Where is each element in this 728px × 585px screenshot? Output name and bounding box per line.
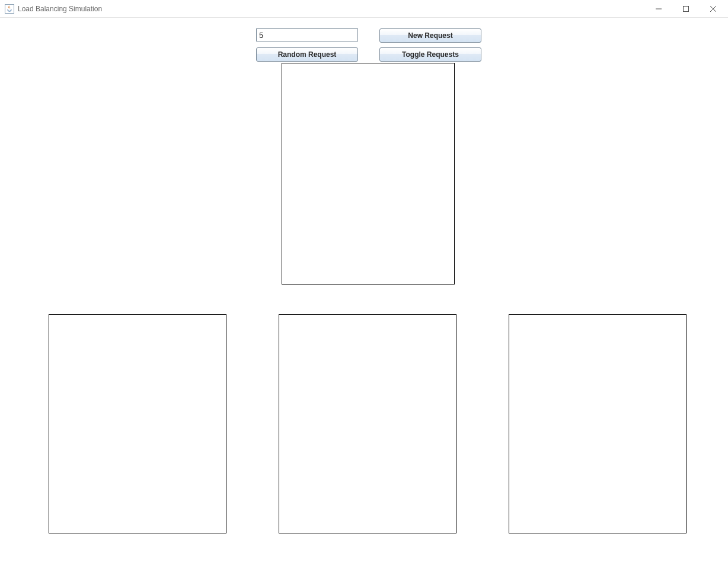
content-area: New Request Random Request Toggle Reques…: [0, 18, 728, 585]
controls-panel: New Request Random Request Toggle Reques…: [256, 28, 481, 62]
server-panel-2: [279, 314, 456, 533]
svg-rect-2: [684, 6, 689, 11]
load-balancer-panel: [282, 63, 455, 284]
close-button[interactable]: [700, 0, 727, 17]
server-panel-3: [509, 314, 687, 533]
server-panel-1: [49, 314, 226, 533]
svg-rect-0: [5, 4, 14, 13]
window-controls: [645, 0, 727, 17]
maximize-button[interactable]: [672, 0, 700, 17]
random-request-button[interactable]: Random Request: [256, 47, 358, 62]
request-count-input[interactable]: [256, 28, 358, 41]
java-icon: [5, 4, 14, 14]
new-request-button[interactable]: New Request: [379, 28, 481, 43]
toggle-requests-button[interactable]: Toggle Requests: [379, 47, 481, 62]
window-title: Load Balancing Simulation: [18, 5, 102, 13]
titlebar: Load Balancing Simulation: [0, 0, 728, 18]
minimize-button[interactable]: [645, 0, 672, 17]
